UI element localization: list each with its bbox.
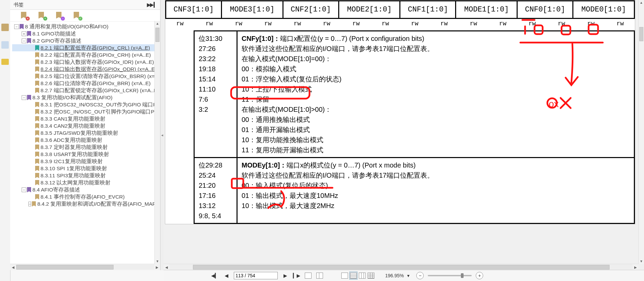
vscroll-thumb[interactable] <box>639 27 643 41</box>
zoom-dropdown-icon[interactable]: ▾ <box>407 273 410 278</box>
tree-node[interactable]: 8.3.8 USART复用功能重映射 <box>12 151 160 158</box>
tree-node[interactable]: + 8.1 GPIO功能描述 <box>12 30 160 37</box>
scroll-up-icon[interactable]: ▲ <box>639 0 644 5</box>
cnf-opt: 00：模拟输入模式 <box>242 64 630 74</box>
bookmark-delete-button[interactable]: × <box>21 12 28 19</box>
tree-node[interactable]: 8.3.9 I2C1复用功能重映射 <box>12 158 160 165</box>
scroll-left-icon[interactable]: ◀ <box>10 264 16 270</box>
sidebar-vscroll[interactable]: ▲ ▼ <box>154 21 160 264</box>
bookmark-label: 8.3.7 定时器复用功能重映射 <box>41 144 108 151</box>
single-page-view-button[interactable] <box>341 272 349 280</box>
bookmarks-tree[interactable]: − 8 通用和复用功能I/O(GPIO和AFIO) + 8.1 GPIO功能描述… <box>10 22 160 270</box>
reg-header-cell: CNF1[1:0] <box>400 1 456 19</box>
tree-node[interactable]: 8.3.4 CAN2复用功能重映射 <box>12 122 160 129</box>
zoom-slider[interactable] <box>428 275 472 276</box>
cnf-line: 在输入模式(MODE[1:0]=00)： <box>242 54 630 64</box>
tree-node[interactable]: 8.2.2 端口配置高寄存器(GPIOx_CRH) (x=A..E) <box>12 51 160 58</box>
tree-node[interactable]: 8.3.12 以太网复用功能重映射 <box>12 179 160 186</box>
tree-node[interactable]: − 8.4 AFIO寄存器描述 <box>12 186 160 193</box>
tree-node[interactable]: 8.3.7 定时器复用功能重映射 <box>12 144 160 151</box>
bookmark-icon <box>35 52 39 58</box>
tree-node-selected[interactable]: 8.2.1 端口配置低寄存器(GPIOx_CRL) (x=A..E) <box>12 44 160 51</box>
collapse-icon[interactable]: − <box>22 39 26 43</box>
tree-node[interactable]: 8.2.7 端口配置锁定寄存器(GPIOx_LCKR) (x=A..E) <box>12 87 160 94</box>
rw-cell: rw <box>371 19 400 30</box>
tree-node[interactable]: 8.3.6 ADC复用功能重映射 <box>12 136 160 144</box>
hscroll-thumb[interactable] <box>193 265 610 270</box>
tree-node[interactable]: 8.3.3 CAN1复用功能重映射 <box>12 115 160 122</box>
fit-width-button[interactable] <box>316 272 324 280</box>
comments-tab-icon[interactable] <box>1 59 9 65</box>
rw-cell: rw <box>341 19 371 30</box>
tree-node[interactable]: 8.3.5 JTAG/SWD复用功能重映射 <box>12 129 160 136</box>
bookmark-label: 8.3.2 把OSC_IN/OSC_OUT引脚作为GPIO端口PD0/PD1 <box>41 108 160 115</box>
tree-node[interactable]: 8.2.6 端口位清除寄存器(GPIOx_BRR) (x=A..E) <box>12 80 160 87</box>
continuous-facing-icon <box>368 273 374 279</box>
tree-node[interactable]: 8.2.5 端口位设置/清除寄存器(GPIOx_BSRR) (x=A..E) <box>12 73 160 80</box>
bookmark-icon <box>35 194 39 200</box>
bookmarks-toolbar: × + › ✓ <box>10 10 160 22</box>
rw-cell: rw <box>165 19 195 30</box>
bookmark-tab-icon[interactable] <box>1 24 9 31</box>
tree-node[interactable]: 8.3.11 SPI3复用功能重映射 <box>12 172 160 179</box>
tree-node[interactable]: − 8.4.2 复用重映射和调试I/O配置寄存器(AFIO_MAPR) <box>12 200 160 207</box>
scroll-up-icon[interactable]: ▲ <box>155 21 160 26</box>
hscroll-track[interactable] <box>170 264 633 270</box>
tree-node[interactable]: 8.2.4 端口输出数据寄存器(GPIOx_ODR) (x=A..E) <box>12 66 160 73</box>
hscroll-track[interactable] <box>16 265 154 270</box>
fit-width-icon <box>316 273 323 279</box>
zoom-out-button[interactable]: − <box>416 272 424 279</box>
tree-node[interactable]: 8.3.1 把OSC32_IN/OSC32_OUT作为GPIO 端口PC14/P… <box>12 101 160 108</box>
rw-cell: rw <box>576 19 605 30</box>
bookmark-goto-button[interactable]: › <box>56 12 64 19</box>
next-page-button[interactable]: ▶ <box>281 272 289 280</box>
cnf-desc: 端口x配置位(y = 0…7) (Port x configuration bi… <box>280 35 424 42</box>
pages-tab-icon[interactable] <box>1 41 9 49</box>
expand-icon[interactable]: + <box>22 31 26 36</box>
collapse-panel-icon[interactable]: ▶▶ ▎ <box>147 2 157 7</box>
tree-node[interactable]: 8.3.10 SPI 1复用功能重映射 <box>12 165 160 172</box>
last-page-button[interactable]: ▎▶ <box>293 272 301 280</box>
tree-node[interactable]: 8.4.1 事件控制寄存器(AFIO_EVCR) <box>12 193 160 200</box>
continuous-facing-view-button[interactable] <box>367 272 375 280</box>
facing-view-button[interactable] <box>358 272 366 280</box>
document-viewport[interactable]: CNF3[1:0] MODE3[1:0] CNF2[1:0] MODE2[1:0… <box>164 0 644 270</box>
bookmarks-panel: 书签 ▶▶ ▎ × + › ✓ − 8 通用和复用功能I/O(GPIO和AFIO… <box>10 0 160 270</box>
sidebar-hscroll[interactable]: ◀ ▶ <box>10 264 160 270</box>
collapse-icon[interactable]: − <box>22 187 26 192</box>
tree-node[interactable]: − 8.3 复用功能I/O和调试配置(AFIO) <box>12 94 160 101</box>
mode-desc-cell: MODEy[1:0]：端口x的模式位(y = 0…7) (Port x mode… <box>237 158 635 224</box>
mode-title: MODEy[1:0]： <box>242 161 287 169</box>
mode-opt-highlighted: 00：输入模式(复位后的状态) <box>242 180 630 190</box>
collapse-icon[interactable]: − <box>22 95 26 100</box>
continuous-view-button[interactable] <box>349 272 357 280</box>
fit-page-button[interactable] <box>304 272 312 280</box>
main-hscroll[interactable]: ◀ ▶ <box>164 264 639 270</box>
bookmark-label: 8.3 复用功能I/O和调试配置(AFIO) <box>32 94 113 101</box>
bookmark-icon <box>35 130 39 136</box>
collapse-icon[interactable]: − <box>28 202 31 206</box>
bookmark-add-button[interactable]: + <box>39 12 46 19</box>
tree-node[interactable]: 8.3.2 把OSC_IN/OSC_OUT引脚作为GPIO端口PD0/PD1 <box>12 108 160 115</box>
page-number-input[interactable] <box>234 272 278 279</box>
view-mode-group <box>341 272 375 280</box>
scroll-left-icon[interactable]: ◀ <box>164 264 170 270</box>
vscroll-thumb[interactable] <box>155 28 159 42</box>
mode-row: 位29:28 25:24 21:20 17:16 13:12 9:8, 5:4 … <box>194 158 635 224</box>
collapse-icon[interactable]: − <box>14 24 19 29</box>
zoom-slider-thumb[interactable] <box>461 273 464 278</box>
bookmark-check-button[interactable]: ✓ <box>74 12 81 19</box>
scroll-down-icon[interactable]: ▼ <box>155 259 160 264</box>
zoom-in-button[interactable]: + <box>476 272 483 279</box>
first-page-button[interactable]: ◀▎ <box>211 272 219 280</box>
hscroll-thumb[interactable] <box>16 265 114 270</box>
tree-node[interactable]: 8.2.3 端口输入数据寄存器(GPIOx_IDR) (x=A..E) <box>12 58 160 66</box>
scroll-right-icon[interactable]: ▶ <box>633 264 639 270</box>
main-vscroll[interactable]: ▲ ▼ <box>638 0 644 264</box>
scroll-right-icon[interactable]: ▶ <box>154 264 160 270</box>
tree-node[interactable]: − 8.2 GPIO寄存器描述 <box>12 37 160 44</box>
tree-node[interactable]: − 8 通用和复用功能I/O(GPIO和AFIO) <box>12 23 160 30</box>
prev-page-button[interactable]: ◀ <box>222 272 230 280</box>
scroll-down-icon[interactable]: ▼ <box>639 259 644 264</box>
mode-line: 软件通过这些位配置相应的I/O端口，请参考表17端口位配置表。 <box>242 170 630 180</box>
